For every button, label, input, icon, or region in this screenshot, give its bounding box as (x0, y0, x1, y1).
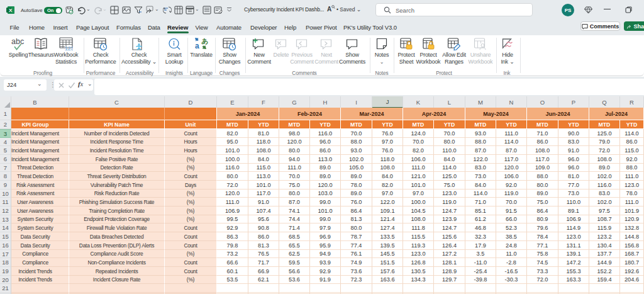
svg-text:abc: abc (11, 37, 24, 46)
svg-text:a: a (195, 42, 199, 50)
svg-text:123: 123 (65, 45, 73, 51)
svg-text:X: X (9, 8, 13, 13)
svg-text:あ: あ (201, 38, 208, 45)
